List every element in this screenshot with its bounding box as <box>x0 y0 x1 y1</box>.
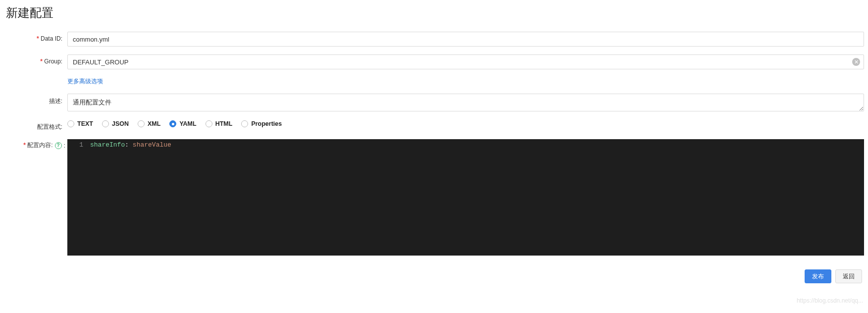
row-advanced: 更多高级选项 <box>4 77 864 86</box>
radio-circle-icon <box>241 120 248 127</box>
format-radio-text[interactable]: TEXT <box>67 120 93 127</box>
row-content: 配置内容: ? : 1 shareInfo: shareValue <box>4 139 864 256</box>
radio-circle-icon <box>102 120 109 127</box>
radio-circle-icon <box>205 120 212 127</box>
back-button[interactable]: 返回 <box>835 269 862 283</box>
label-data-id: Data ID: <box>4 32 67 42</box>
code-editor[interactable]: 1 shareInfo: shareValue <box>67 139 864 256</box>
format-radio-yaml[interactable]: YAML <box>169 120 196 127</box>
format-radio-label: YAML <box>179 120 196 127</box>
format-radio-label: Properties <box>251 120 282 127</box>
row-description: 描述: 通用配置文件 <box>4 94 864 111</box>
label-content: 配置内容: <box>23 141 52 150</box>
row-data-id: Data ID: <box>4 32 864 47</box>
format-radio-html[interactable]: HTML <box>205 120 233 127</box>
code-key: shareInfo <box>90 141 125 149</box>
editor-content[interactable]: shareInfo: shareValue <box>90 139 864 256</box>
format-radio-label: TEXT <box>77 120 93 127</box>
label-content-colon: : <box>64 142 65 149</box>
label-format: 配置格式: <box>4 119 67 131</box>
advanced-options-link[interactable]: 更多高级选项 <box>67 77 103 86</box>
row-group: Group: ✕ <box>4 54 864 69</box>
help-icon[interactable]: ? <box>55 142 62 149</box>
clear-group-icon[interactable]: ✕ <box>852 58 860 66</box>
group-input[interactable] <box>67 54 864 69</box>
label-spacer <box>4 77 67 81</box>
radio-circle-icon <box>67 120 74 127</box>
radio-circle-icon <box>138 120 145 127</box>
label-description: 描述: <box>4 94 67 105</box>
format-radio-xml[interactable]: XML <box>138 120 160 127</box>
format-radio-label: XML <box>148 120 160 127</box>
code-colon: : <box>125 141 129 149</box>
format-radio-label: HTML <box>215 120 233 127</box>
description-input[interactable]: 通用配置文件 <box>67 94 864 111</box>
format-radio-group: TEXTJSONXMLYAMLHTMLProperties <box>67 119 282 127</box>
editor-gutter: 1 <box>67 139 90 256</box>
page-title: 新建配置 <box>4 5 864 21</box>
format-radio-json[interactable]: JSON <box>102 120 129 127</box>
line-number: 1 <box>67 140 83 150</box>
radio-circle-icon <box>169 120 176 127</box>
publish-button[interactable]: 发布 <box>805 269 831 283</box>
footer-actions: 发布 返回 <box>4 263 864 283</box>
label-group: Group: <box>4 54 67 65</box>
row-format: 配置格式: TEXTJSONXMLYAMLHTMLProperties <box>4 119 864 131</box>
code-value: shareValue <box>129 141 171 149</box>
format-radio-label: JSON <box>112 120 129 127</box>
format-radio-properties[interactable]: Properties <box>241 120 282 127</box>
data-id-input[interactable] <box>67 32 864 47</box>
